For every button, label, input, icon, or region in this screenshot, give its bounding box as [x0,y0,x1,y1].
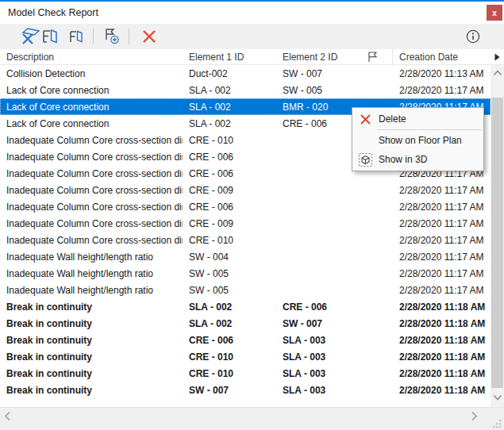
column-header-description[interactable]: Description [0,52,183,63]
cell-element-1-id: CRE - 010 [183,368,276,379]
cell-element-2-id: SLA - 003 [276,368,356,379]
report-table: Description Element 1 ID Element 2 ID Cr… [0,49,491,407]
cell-element-1-id: SW - 004 [183,251,276,263]
report-row[interactable]: Collision Detection Duct-002 SW - 007 2/… [0,65,491,82]
toolbar-separator [93,29,94,44]
scroll-down-button[interactable] [491,392,504,403]
cell-creation-date: 2/28/2020 11:18 AM [393,318,491,329]
report-row[interactable]: Break in continuity CRE - 010 SLA - 003 … [0,365,491,382]
chevron-left-icon [4,411,11,421]
column-header-element-1-id[interactable]: Element 1 ID [183,52,276,63]
cell-creation-date: 2/28/2020 11:18 AM [393,351,491,363]
chevron-up-icon [493,70,502,76]
delete-x-icon [352,113,379,125]
report-row[interactable]: Inadequate Wall height/length ratio SW -… [0,248,491,265]
cell-description: Break in continuity [0,301,183,313]
cell-creation-date: 2/28/2020 11:17 AM [393,185,491,196]
cell-creation-date: 2/28/2020 11:17 AM [393,85,491,96]
scroll-left-button[interactable] [4,411,11,421]
cell-description: Inadequate Column Core cross-section dim… [0,202,183,213]
cell-creation-date: 2/28/2020 11:18 AM [393,368,491,379]
cell-element-2-id: SW - 007 [276,68,356,79]
report-row[interactable]: Inadequate Wall height/length ratio SW -… [0,265,491,282]
cell-element-1-id: SLA - 002 [183,118,276,129]
report-row[interactable]: Break in continuity CRE - 006 SLA - 003 … [0,332,491,348]
report-row[interactable]: Break in continuity SW - 007 SLA - 003 2… [0,382,491,398]
cell-description: Inadequate Column Core cross-section dim… [0,185,183,196]
menu-item-label: Show in 3D [379,154,427,165]
report-row[interactable]: Inadequate Column Core cross-section dim… [0,198,491,215]
info-button[interactable] [463,27,483,46]
cell-element-2-id: SLA - 003 [276,335,356,346]
delete-x-icon [140,28,158,45]
model-check-report-window: Model Check Report x [0,0,504,430]
info-icon [464,28,482,45]
report-row[interactable]: Break in continuity SLA - 002 SW - 007 2… [0,315,491,332]
cell-element-1-id: CRE - 010 [183,351,276,363]
cell-description: Inadequate Column Core cross-section dim… [0,235,183,246]
show-in-3d-icon [352,152,379,167]
horizontal-scrollbar[interactable] [0,407,504,430]
cell-element-1-id: SW - 005 [183,285,276,296]
cell-description: Collision Detection [0,68,183,79]
cell-element-1-id: CRE - 009 [183,218,276,229]
show-element-1-button[interactable] [40,27,60,46]
vertical-scrollbar-thumb[interactable] [491,98,503,388]
report-row[interactable]: Inadequate Column Core cross-section dim… [0,215,491,232]
cell-creation-date: 2/28/2020 11:17 AM [393,235,491,246]
cell-description: Break in continuity [0,368,183,379]
toolbar [0,24,504,49]
cell-element-1-id: Duct-002 [183,68,276,79]
cell-element-1-id: CRE - 010 [183,235,276,246]
chevron-right-icon [471,411,478,421]
titlebar: Model Check Report x [0,2,504,24]
model-check-3d-icon [21,27,41,46]
close-button[interactable]: x [487,5,502,21]
report-row[interactable]: Break in continuity CRE - 010 SLA - 003 … [0,348,491,365]
menu-item-label: Delete [379,113,406,125]
element-1-3d-icon [40,27,60,46]
show-element-2-button[interactable] [66,27,87,46]
cell-element-1-id: SW - 007 [183,385,276,396]
menu-item-delete[interactable]: Delete [352,109,483,129]
cell-creation-date: 2/28/2020 11:17 AM [393,218,491,229]
cell-description: Lack of Core connection [0,85,183,96]
report-row[interactable]: Inadequate Column Core cross-section dim… [0,232,491,248]
report-row[interactable]: Break in continuity SLA - 002 CRE - 006 … [0,298,491,315]
report-row[interactable]: Lack of Core connection SLA - 002 SW - 0… [0,82,491,98]
cell-element-2-id: SW - 005 [276,85,356,96]
cell-description: Inadequate Wall height/length ratio [0,251,183,263]
resize-grip-icon [493,420,502,428]
report-row[interactable]: Inadequate Column Core cross-section dim… [0,182,491,198]
column-header-creation-date[interactable]: Creation Date [393,52,491,63]
scroll-up-button[interactable] [491,67,504,79]
vertical-scrollbar[interactable] [491,49,504,407]
cell-creation-date: 2/28/2020 11:17 AM [393,202,491,213]
flag-add-icon [102,27,121,46]
cell-element-2-id: CRE - 006 [276,118,356,129]
cell-description: Inadequate Column Core cross-section dim… [0,152,183,163]
report-row[interactable]: Inadequate Wall height/length ratio SW -… [0,282,491,298]
cell-creation-date: 2/28/2020 11:18 AM [393,301,491,313]
cell-description: Lack of Core connection [0,118,183,129]
cell-element-1-id: SLA - 002 [183,102,276,113]
cell-element-2-id: SLA - 003 [276,351,356,363]
cell-element-2-id: SW - 007 [276,318,356,329]
close-icon: x [492,9,497,17]
cell-description: Inadequate Wall height/length ratio [0,285,183,296]
new-entry-button[interactable] [102,27,122,46]
check-model-button[interactable] [21,27,41,46]
resize-grip[interactable] [493,420,502,428]
triangle-right-icon [494,53,500,61]
cell-element-1-id: SLA - 002 [183,85,276,96]
scroll-right-button[interactable] [471,411,478,421]
cell-description: Inadequate Wall height/length ratio [0,268,183,279]
delete-button[interactable] [139,27,160,46]
menu-item-show-in-3d[interactable]: Show in 3D [352,150,483,169]
menu-item-show-on-floor-plan[interactable]: Show on Floor Plan [352,131,483,150]
cell-description: Inadequate Column Core cross-section dim… [0,168,183,179]
header-scroll-right-button[interactable] [491,49,504,65]
cell-description: Break in continuity [0,351,183,363]
column-header-flag[interactable] [356,49,393,64]
column-header-element-2-id[interactable]: Element 2 ID [276,52,356,63]
